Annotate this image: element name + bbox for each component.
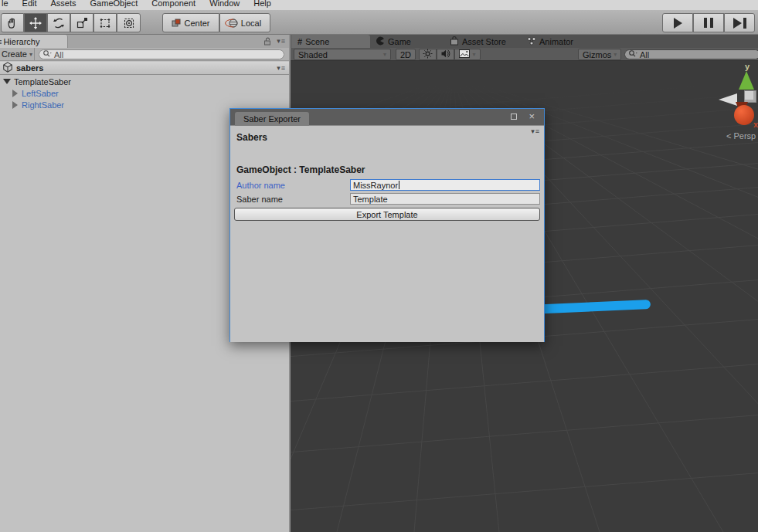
window-body: ▾≡ Sabers GameObject : TemplateSaber Aut… <box>230 126 544 342</box>
z-axis-cone-icon[interactable] <box>719 93 737 106</box>
play-icon <box>674 18 682 29</box>
tab-scene-label: Scene <box>305 37 329 46</box>
scene-grid-icon: # <box>297 37 302 46</box>
dropdown-arrow-icon: ▾ <box>472 51 475 58</box>
scene-audio-toggle[interactable] <box>437 49 454 60</box>
unity-scene-icon <box>2 62 13 74</box>
shopping-bag-icon <box>450 36 459 47</box>
menu-item-gameobject[interactable]: GameObject <box>83 0 145 8</box>
rect-tool-icon <box>99 17 111 29</box>
shading-mode-dropdown[interactable]: Shaded ▾ <box>294 49 391 60</box>
hierarchy-search-input[interactable]: All <box>39 49 284 59</box>
gizmos-dropdown[interactable]: Gizmos ▾ <box>578 49 621 60</box>
window-title-bar[interactable]: Saber Exporter × <box>230 109 544 126</box>
play-button[interactable] <box>662 13 693 32</box>
tree-item-label: TemplateSaber <box>14 77 71 86</box>
transform-tool-button[interactable] <box>117 13 141 32</box>
foldout-collapsed-icon[interactable] <box>12 101 18 109</box>
gameobject-line: GameObject : TemplateSaber <box>236 164 365 175</box>
window-title-label: Saber Exporter <box>243 114 301 124</box>
window-pane-menu-icon[interactable]: ▾≡ <box>531 127 540 135</box>
hierarchy-toolbar: Create ▾ All <box>0 48 289 61</box>
menu-item-edit[interactable]: Edit <box>15 0 44 8</box>
author-name-label: Author name <box>236 181 285 190</box>
space-mode-button[interactable]: Local <box>219 13 270 32</box>
rect-tool-button[interactable] <box>93 13 117 32</box>
axis-x-label: x <box>753 120 758 129</box>
axis-y-label: y <box>745 62 750 71</box>
author-name-value: MissRaynor <box>353 181 398 190</box>
menu-item-component[interactable]: Component <box>144 0 202 8</box>
tree-item-templatesaber[interactable]: TemplateSaber <box>0 76 289 87</box>
tab-animator[interactable]: Animator <box>527 35 573 48</box>
game-icon <box>376 36 385 47</box>
x-axis-ball-icon[interactable] <box>734 105 754 125</box>
persp-mode-label[interactable]: < Persp <box>726 131 756 141</box>
scene-lighting-toggle[interactable] <box>419 49 437 60</box>
create-button[interactable]: Create ▾ <box>0 48 35 60</box>
animator-icon <box>527 36 536 47</box>
scale-tool-icon <box>76 17 88 29</box>
export-template-button[interactable]: Export Template <box>234 208 540 221</box>
saber-name-label: Saber name <box>236 195 283 204</box>
dropdown-arrow-icon: ▾ <box>29 51 32 58</box>
tab-game[interactable]: Game <box>376 35 411 48</box>
search-icon <box>628 49 638 59</box>
foldout-collapsed-icon[interactable] <box>12 90 18 97</box>
tab-hierarchy[interactable]: ≡ Hierarchy <box>0 35 68 48</box>
persp-arrow-icon: < <box>726 131 731 141</box>
scene-search-input[interactable]: All <box>624 49 758 59</box>
shading-mode-label: Shaded <box>298 50 328 59</box>
transform-tool-icon <box>123 17 135 29</box>
pivot-mode-label: Center <box>184 19 209 28</box>
author-name-field[interactable]: MissRaynor <box>350 179 540 191</box>
lock-icon[interactable] <box>263 37 272 47</box>
rotate-tool-icon <box>53 17 65 29</box>
gizmos-label: Gizmos <box>583 50 611 59</box>
tree-item-leftsaber[interactable]: LeftSaber <box>0 87 289 99</box>
menu-item-file[interactable]: le <box>0 0 15 8</box>
speaker-icon <box>440 49 450 60</box>
maximize-icon[interactable] <box>511 114 517 120</box>
tab-asset-store[interactable]: Asset Store <box>450 35 506 48</box>
saber-name-field[interactable]: Template <box>350 193 540 205</box>
scene-asset-row[interactable]: sabers ▾≡ <box>0 62 289 75</box>
2d-toggle-label: 2D <box>400 50 411 59</box>
saber-exporter-window: Saber Exporter × ▾≡ Sabers GameObject : … <box>229 108 545 342</box>
tree-item-label: LeftSaber <box>22 89 59 98</box>
scale-tool-button[interactable] <box>70 13 93 32</box>
pivot-icon <box>172 19 181 28</box>
pause-button[interactable] <box>693 13 724 32</box>
unity-editor: { "icons": { "dropdown": "▾", "pane_menu… <box>0 0 758 532</box>
gizmo-center-cube-icon[interactable] <box>744 90 756 103</box>
scene-effects-toggle[interactable]: ▾ <box>454 49 481 60</box>
scene-row-menu-icon[interactable]: ▾≡ <box>277 64 286 72</box>
rotate-tool-button[interactable] <box>47 13 70 32</box>
pivot-mode-button[interactable]: Center <box>162 13 219 32</box>
tab-scene[interactable]: # Scene <box>291 35 370 48</box>
window-title-tab[interactable]: Saber Exporter <box>235 112 309 126</box>
menu-item-help[interactable]: Help <box>246 0 278 8</box>
hand-tool-button[interactable] <box>1 13 24 32</box>
move-tool-button[interactable] <box>24 13 47 32</box>
menu-item-assets[interactable]: Assets <box>44 0 83 8</box>
hierarchy-pane-menu-icon[interactable]: ▾≡ <box>277 37 286 45</box>
foldout-expanded-icon[interactable] <box>3 79 11 84</box>
hierarchy-tree: TemplateSaber LeftSaber RightSaber <box>0 76 289 110</box>
step-button[interactable] <box>724 13 755 32</box>
menu-bar: le Edit Assets GameObject Component Wind… <box>0 0 758 10</box>
saber-name-row: Saber name Template <box>230 193 544 205</box>
hand-tool-icon <box>6 17 19 29</box>
tree-item-label: RightSaber <box>22 100 64 110</box>
orientation-gizmo[interactable]: y x < Persp <box>717 62 758 147</box>
saber-name-value: Template <box>353 195 388 204</box>
scene-name-label: sabers <box>16 63 43 73</box>
y-axis-cone-icon[interactable] <box>739 71 754 90</box>
persp-text: Persp <box>734 131 756 141</box>
close-icon[interactable]: × <box>529 110 535 122</box>
pause-icon <box>704 18 713 28</box>
menu-item-window[interactable]: Window <box>202 0 246 8</box>
scene-search-value: All <box>640 50 649 59</box>
main-toolbar: Center Local <box>0 10 758 35</box>
2d-toggle-button[interactable]: 2D <box>396 49 416 60</box>
